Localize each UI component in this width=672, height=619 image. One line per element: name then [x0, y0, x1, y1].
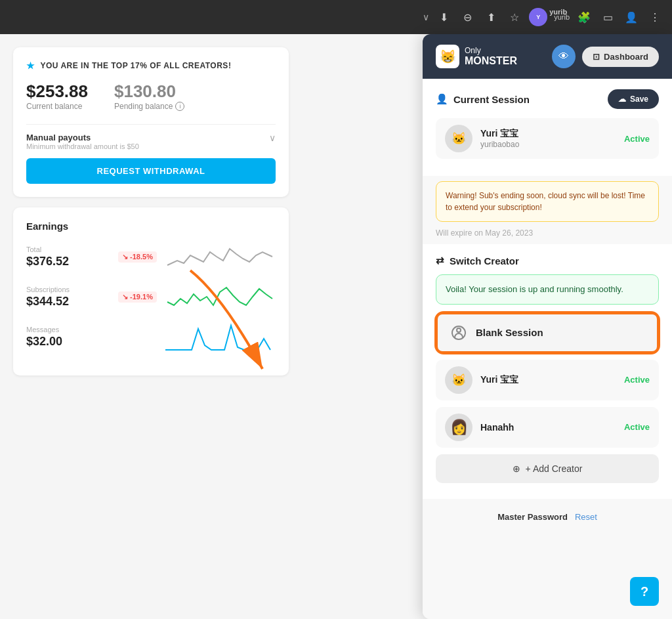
svg-point-1	[452, 326, 465, 339]
messages-category: Messages	[26, 326, 118, 333]
blank-session-icon	[450, 324, 468, 342]
messages-chart	[165, 322, 276, 352]
pending-balance-label: Pending balance i	[114, 102, 184, 111]
ext-header-actions: 👁 ⊡ Dashboard	[552, 45, 659, 68]
cloud-icon: ☁	[618, 95, 626, 104]
earnings-card: Earnings Total $376.52 ↘ -18.5% Subscrip…	[13, 207, 289, 375]
left-panel: ★ YOU ARE IN THE TOP 17% OF ALL CREATORS…	[0, 34, 302, 619]
earnings-title: Earnings	[26, 221, 276, 232]
manual-payouts: Manual payouts Minimum withdrawal amount…	[26, 124, 276, 150]
ext-body: 👤 Current Session ☁ Save 🐱 Yuri 宝宝 yurib…	[423, 79, 672, 619]
share-icon[interactable]: ⬆	[482, 8, 500, 26]
save-label: Save	[630, 95, 648, 104]
ext-logo-text: Only MONSTER	[465, 47, 517, 67]
banner-title: ★ YOU ARE IN THE TOP 17% OF ALL CREATORS…	[26, 60, 276, 71]
blank-session-item[interactable]: Blank Session	[436, 312, 659, 353]
session-icon: 👤	[436, 93, 448, 105]
info-icon[interactable]: i	[175, 102, 184, 111]
current-creator-avatar: 🐱	[445, 125, 472, 152]
current-balance-amount: $253.88	[26, 81, 88, 102]
help-button[interactable]: ?	[630, 577, 659, 606]
add-creator-icon: ⊕	[513, 463, 520, 474]
creator2-status: Active	[624, 422, 650, 432]
main-content: ★ YOU ARE IN THE TOP 17% OF ALL CREATORS…	[0, 34, 672, 619]
ext-header: 😸 Only MONSTER 👁 ⊡ Dashboard	[423, 34, 672, 79]
creator2-emoji: 👩	[450, 419, 468, 436]
zoom-icon[interactable]: ⊖	[458, 8, 476, 26]
master-password-reset-link[interactable]: Reset	[575, 512, 597, 522]
extensions-icon[interactable]: 🧩	[575, 8, 593, 26]
list-item[interactable]: 👩 Hanahh Active	[436, 407, 659, 448]
warning-banner: Warning! Sub's ending soon, cloud sync w…	[436, 181, 659, 222]
svg-point-2	[457, 328, 461, 332]
creator1-status: Active	[624, 375, 650, 385]
current-balance-label: Current balance	[26, 102, 88, 111]
top-banner: ★ YOU ARE IN THE TOP 17% OF ALL CREATORS…	[13, 47, 289, 197]
current-creator-status: Active	[624, 134, 650, 144]
current-creator-handle: yuribaobao	[480, 140, 616, 149]
creator1-emoji: 🐱	[452, 373, 466, 387]
master-password-label: Master Password	[497, 512, 568, 522]
dashboard-button[interactable]: ⊡ Dashboard	[582, 47, 659, 67]
list-item[interactable]: 🐱 Yuri 宝宝 Active	[436, 360, 659, 400]
save-button[interactable]: ☁ Save	[608, 89, 659, 109]
current-balance: $253.88 Current balance	[26, 81, 88, 111]
subscriptions-amount: $344.52	[26, 295, 118, 309]
manual-payouts-label: Manual payouts	[26, 133, 139, 142]
subscriptions-chart	[167, 282, 276, 312]
bookmark-icon[interactable]: ☆	[505, 8, 524, 26]
ext-icon-button[interactable]: 👁	[552, 45, 576, 68]
avatar-label: Y	[536, 14, 540, 20]
chevron-down-icon: ∨	[423, 12, 429, 22]
current-session-title: 👤 Current Session	[436, 93, 530, 105]
expiry-text: Will expire on May 26, 2023	[423, 228, 672, 244]
withdrawal-button[interactable]: REQUEST WITHDRAWAL	[26, 158, 276, 184]
monster-text: MONSTER	[465, 55, 517, 67]
manual-payouts-sub: Minimum withdrawal amount is $50	[26, 142, 139, 150]
pending-balance: $130.80 Pending balance i	[114, 81, 184, 111]
total-amount: $376.52	[26, 255, 118, 268]
only-text: Only	[465, 47, 517, 55]
current-creator-info: Yuri 宝宝 yuribaobao	[480, 128, 616, 149]
browser-chrome: ∨ ⬇ ⊖ ⬆ ☆ Y yurib 🧩 ▭ 👤 ⋮	[0, 0, 672, 34]
blank-session-label: Blank Session	[476, 327, 543, 338]
master-password: Master Password Reset	[423, 504, 672, 530]
pending-balance-amount: $130.80	[114, 81, 184, 102]
creator2-name: Hanahh	[480, 422, 616, 433]
avatar-emoji: 🐱	[452, 131, 466, 146]
creator1-avatar: 🐱	[445, 366, 472, 394]
total-badge: ↘ -18.5%	[118, 251, 157, 263]
creator2-info: Hanahh	[480, 422, 616, 433]
eye-icon: 👁	[558, 51, 569, 62]
help-icon: ?	[640, 584, 648, 599]
profile-icon[interactable]: 👤	[622, 8, 640, 26]
current-creator-item: 🐱 Yuri 宝宝 yuribaobao Active	[436, 118, 659, 159]
messages-amount: $32.00	[26, 335, 118, 349]
download-icon[interactable]: ⬇	[434, 8, 453, 26]
more-menu-icon[interactable]: ⋮	[646, 8, 664, 26]
success-banner: Voila! Your session is up and running sm…	[436, 274, 659, 305]
ext-logo-icon: 😸	[436, 45, 459, 68]
subscriptions-earnings-row: Subscriptions $344.52 ↘ -19.1%	[26, 282, 276, 312]
subscriptions-badge: ↘ -19.1%	[118, 291, 157, 303]
subscriptions-category: Subscriptions	[26, 286, 118, 293]
balances: $253.88 Current balance $130.80 Pending …	[26, 81, 276, 111]
dashboard-icon: ⊡	[593, 52, 600, 62]
switch-title: ⇄ Switch Creator	[436, 255, 659, 267]
current-session-section: 👤 Current Session ☁ Save 🐱 Yuri 宝宝 yurib…	[423, 79, 672, 176]
messages-earnings-row: Messages $32.00	[26, 322, 276, 352]
creator2-avatar: 👩	[445, 414, 472, 441]
dashboard-label: Dashboard	[604, 52, 648, 62]
ext-logo: 😸 Only MONSTER	[436, 45, 517, 68]
star-icon: ★	[26, 60, 35, 71]
session-header: 👤 Current Session ☁ Save	[436, 89, 659, 109]
creator1-info: Yuri 宝宝	[480, 374, 616, 386]
logo-emoji: 😸	[440, 49, 456, 64]
split-view-icon[interactable]: ▭	[598, 8, 617, 26]
add-creator-button[interactable]: ⊕ + Add Creator	[436, 454, 659, 483]
extension-popup: 😸 Only MONSTER 👁 ⊡ Dashboard	[423, 34, 672, 619]
avatar[interactable]: Y	[529, 8, 547, 26]
total-category: Total	[26, 245, 118, 253]
total-chart	[167, 242, 276, 272]
total-earnings-row: Total $376.52 ↘ -18.5%	[26, 242, 276, 272]
